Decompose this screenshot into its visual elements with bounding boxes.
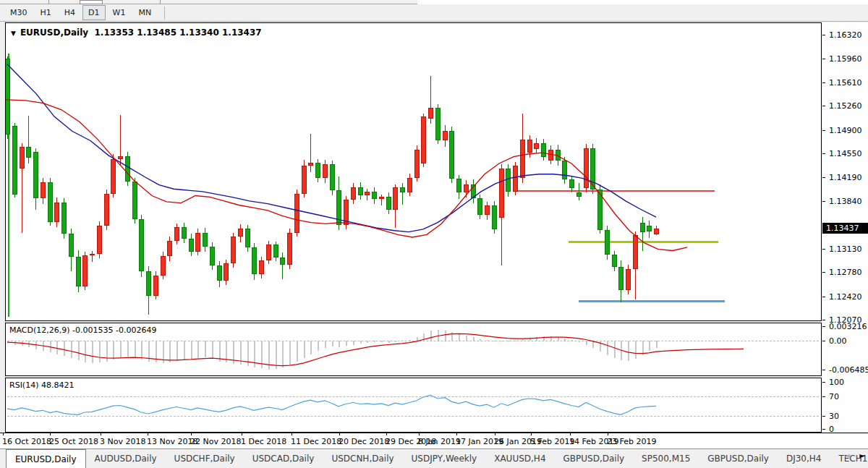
tab-scroll-left-icon[interactable]: ◄ [844, 451, 850, 459]
chart-tab-audusd-daily[interactable]: AUDUSD,Daily [86, 449, 166, 468]
chart-tab-dj30-h4[interactable]: DJ30,H4 [778, 449, 830, 468]
macd-histogram-bar [536, 337, 537, 341]
candle [69, 234, 74, 257]
tab-scroll-arrows: ◄ ► [837, 451, 865, 459]
chart-tab-sp500-m15[interactable]: SP500,M15 [633, 449, 699, 468]
macd-histogram-bar [148, 341, 150, 362]
macd-histogram-bar [127, 341, 129, 357]
horizontal-line-object[interactable] [515, 190, 715, 192]
candle [541, 143, 546, 157]
price-axis-tick [822, 177, 825, 178]
candle [189, 239, 194, 252]
macd-histogram-bar [607, 341, 608, 355]
price-axis-label: 1.14900 [829, 126, 862, 135]
date-axis-tick [570, 433, 571, 435]
macd-indicator-pane[interactable]: MACD(12,26,9) -0.001535 -0.002649 [5, 323, 822, 376]
macd-histogram-bar [451, 332, 453, 341]
candle [506, 169, 511, 192]
candle [513, 166, 518, 192]
candle [647, 226, 652, 231]
timeframe-button-w1[interactable]: W1 [107, 5, 132, 20]
candle [252, 247, 257, 274]
candle [464, 184, 469, 192]
candle-wick [381, 195, 382, 205]
candle [118, 156, 123, 159]
date-axis-tick [386, 433, 387, 435]
macd-histogram-bar [141, 341, 142, 359]
macd-histogram-bar [169, 341, 171, 362]
chart-tab-eurusd-daily[interactable]: EURUSD,Daily [6, 449, 86, 468]
macd-histogram-bar [106, 341, 108, 362]
timeframe-button-d1[interactable]: D1 [82, 5, 105, 20]
macd-histogram-bar [261, 341, 263, 368]
candle [456, 179, 461, 192]
macd-histogram-bar [71, 341, 72, 358]
timeframe-button-m30[interactable]: M30 [4, 5, 33, 20]
price-axis-tick [822, 106, 825, 106]
date-axis-tick [50, 433, 51, 435]
date-axis-label: 8 Jan 2019 [418, 437, 461, 446]
candle [654, 229, 659, 234]
candle [330, 164, 335, 190]
macd-histogram-bar [642, 341, 644, 355]
macd-histogram-bar [22, 341, 23, 346]
timeframe-toolbar: M30H1H4D1W1MN [0, 4, 868, 22]
candle [26, 147, 31, 158]
candle [273, 244, 278, 258]
candle [471, 184, 476, 198]
rsi-level-line [7, 416, 819, 417]
candle [174, 227, 179, 241]
chart-dropdown-icon[interactable]: ▼ [11, 30, 16, 37]
horizontal-line-object[interactable] [579, 300, 725, 302]
macd-histogram-bar [325, 341, 326, 348]
candle [414, 150, 420, 178]
date-axis-label: 20 Dec 2018 [339, 437, 389, 446]
macd-histogram-bar [459, 333, 460, 341]
chart-tab-gbpusd-daily[interactable]: GBPUSD,Daily [555, 449, 634, 468]
chart-tab-usdjpy-weekly[interactable]: USDJPY,Weekly [403, 449, 486, 468]
candle [111, 159, 116, 194]
macd-histogram-bar [529, 338, 531, 341]
candle [315, 163, 320, 178]
price-axis-label: 1.13130 [829, 244, 862, 254]
rsi-indicator-pane[interactable]: RSI(14) 48.8421 [5, 378, 822, 433]
macd-histogram-bar [353, 341, 354, 345]
timeframe-button-h1[interactable]: H1 [35, 5, 57, 20]
macd-histogram-bar [367, 341, 368, 343]
macd-axis-label: -0.006485 [829, 365, 868, 375]
main-chart-pane[interactable]: ▼EURUSD,Daily 1.13353 1.13485 1.13340 1.… [5, 22, 822, 321]
candle [358, 187, 363, 195]
candle [54, 203, 59, 222]
candle [12, 126, 17, 195]
chart-tab-usdcnh-daily[interactable]: USDCNH,Daily [323, 449, 402, 468]
candle [590, 148, 595, 190]
macd-histogram-bar [339, 341, 340, 347]
chart-tab-usdcad-daily[interactable]: USDCAD,Daily [244, 449, 323, 468]
candle [576, 192, 582, 197]
chart-tab-usdchf-daily[interactable]: USDCHF,Daily [166, 449, 244, 468]
candle [245, 229, 250, 247]
timeframe-button-mn[interactable]: MN [132, 5, 157, 20]
timeframe-button-h4[interactable]: H4 [59, 5, 81, 20]
candle [5, 59, 10, 135]
macd-histogram-bar [276, 341, 277, 369]
candle [626, 269, 631, 291]
macd-histogram-bar [395, 341, 396, 342]
candle [477, 198, 482, 214]
macd-histogram-bar [99, 341, 101, 362]
price-axis[interactable]: 1.163201.159601.156101.152601.149001.145… [822, 22, 868, 433]
rsi-axis-label: 70 [829, 392, 839, 401]
candle-wick [92, 251, 93, 263]
candle [344, 200, 349, 225]
macd-histogram-bar [56, 341, 58, 354]
candle [640, 223, 645, 232]
date-axis[interactable]: 16 Oct 201825 Oct 20183 Nov 201813 Nov 2… [0, 433, 868, 449]
horizontal-line-object[interactable] [569, 241, 718, 243]
macd-histogram-bar [494, 341, 495, 341]
macd-histogram-bar [92, 341, 93, 363]
tab-scroll-right-icon[interactable]: ► [859, 451, 865, 459]
candle [182, 227, 187, 239]
chart-tab-xauusd-h4[interactable]: XAUUSD,H4 [485, 449, 554, 468]
macd-histogram-bar [543, 336, 545, 341]
chart-tab-gbpusd-daily[interactable]: GBPUSD,Daily [699, 449, 778, 468]
